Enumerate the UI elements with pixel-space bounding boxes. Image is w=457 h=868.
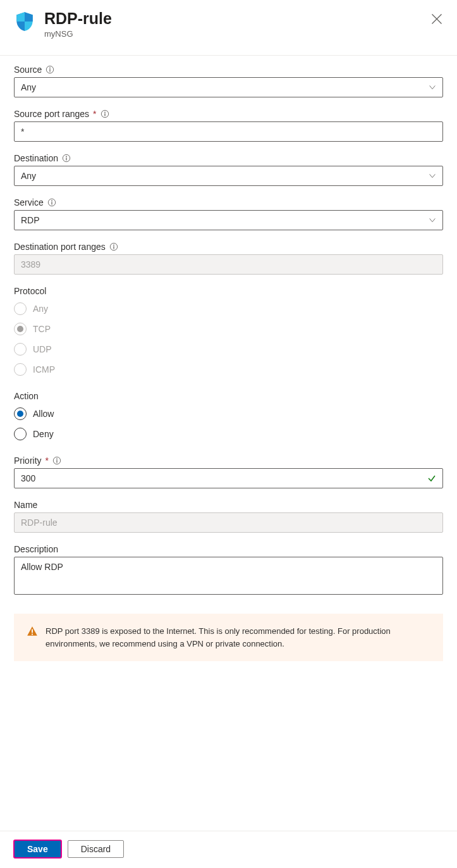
description-field: Description bbox=[14, 544, 443, 595]
source-port-input[interactable]: * bbox=[14, 121, 443, 142]
svg-point-13 bbox=[113, 245, 114, 246]
discard-button[interactable]: Discard bbox=[68, 840, 124, 858]
service-select[interactable]: RDP bbox=[14, 210, 443, 230]
warning-icon bbox=[27, 626, 38, 637]
dest-port-field: Destination port ranges 3389 bbox=[14, 242, 443, 275]
action-radio-allow[interactable]: Allow bbox=[14, 404, 443, 424]
blade-subtitle: myNSG bbox=[44, 29, 430, 39]
destination-field: Destination Any bbox=[14, 153, 443, 186]
name-label: Name bbox=[14, 500, 37, 510]
source-port-field: Source port ranges * * bbox=[14, 109, 443, 142]
close-icon[interactable] bbox=[430, 13, 443, 25]
protocol-field: Protocol Any TCP UDP ICMP bbox=[14, 286, 443, 380]
protocol-icmp-label: ICMP bbox=[33, 364, 55, 375]
action-field: Action Allow Deny bbox=[14, 391, 443, 444]
name-field: Name RDP-rule bbox=[14, 500, 443, 533]
warning-banner: RDP port 3389 is exposed to the Internet… bbox=[14, 614, 443, 661]
svg-rect-8 bbox=[66, 158, 66, 160]
info-icon[interactable] bbox=[62, 154, 71, 163]
svg-point-10 bbox=[51, 201, 52, 202]
nsg-rule-blade: RDP-rule myNSG Source Any Source port ra… bbox=[0, 0, 457, 868]
service-field: Service RDP bbox=[14, 197, 443, 230]
protocol-tcp-label: TCP bbox=[33, 324, 51, 334]
svg-rect-17 bbox=[56, 460, 57, 462]
protocol-radio-udp: UDP bbox=[14, 339, 443, 359]
required-asterisk: * bbox=[93, 109, 96, 119]
action-radio-deny[interactable]: Deny bbox=[14, 424, 443, 444]
info-icon[interactable] bbox=[46, 65, 54, 74]
blade-header: RDP-rule myNSG bbox=[0, 0, 457, 55]
svg-point-7 bbox=[66, 156, 67, 158]
priority-label: Priority bbox=[14, 456, 42, 466]
svg-rect-5 bbox=[104, 113, 105, 116]
save-button[interactable]: Save bbox=[14, 840, 61, 858]
warning-text: RDP port 3389 is exposed to the Internet… bbox=[46, 625, 430, 650]
priority-input[interactable]: 300 bbox=[14, 468, 443, 488]
service-label: Service bbox=[14, 197, 44, 208]
svg-point-4 bbox=[104, 112, 106, 113]
svg-rect-14 bbox=[113, 246, 114, 249]
info-icon[interactable] bbox=[47, 198, 56, 207]
info-icon[interactable] bbox=[52, 456, 61, 465]
protocol-label: Protocol bbox=[14, 286, 46, 296]
protocol-radio-icmp: ICMP bbox=[14, 359, 443, 380]
info-icon[interactable] bbox=[109, 242, 118, 251]
required-asterisk: * bbox=[46, 456, 49, 466]
source-select[interactable]: Any bbox=[14, 77, 443, 97]
destination-label: Destination bbox=[14, 153, 58, 163]
svg-rect-2 bbox=[50, 69, 51, 71]
protocol-radio-tcp: TCP bbox=[14, 319, 443, 339]
dest-port-input: 3389 bbox=[14, 254, 443, 275]
shield-icon bbox=[14, 11, 35, 32]
protocol-udp-label: UDP bbox=[33, 344, 52, 354]
name-input: RDP-rule bbox=[14, 512, 443, 533]
description-input[interactable] bbox=[14, 557, 443, 595]
source-field: Source Any bbox=[14, 65, 443, 97]
protocol-any-label: Any bbox=[33, 304, 48, 314]
blade-title: RDP-rule bbox=[44, 9, 430, 28]
blade-footer: Save Discard bbox=[0, 831, 457, 868]
source-label: Source bbox=[14, 65, 42, 75]
svg-point-16 bbox=[56, 459, 58, 460]
dest-port-label: Destination port ranges bbox=[14, 242, 106, 252]
description-label: Description bbox=[14, 544, 58, 554]
action-label: Action bbox=[14, 391, 39, 401]
svg-point-19 bbox=[32, 633, 33, 635]
action-deny-label: Deny bbox=[33, 429, 54, 439]
info-icon[interactable] bbox=[101, 109, 109, 118]
svg-point-1 bbox=[49, 68, 51, 69]
protocol-radio-any: Any bbox=[14, 299, 443, 319]
svg-rect-11 bbox=[51, 202, 52, 204]
priority-field: Priority * 300 bbox=[14, 456, 443, 488]
svg-rect-18 bbox=[32, 629, 33, 633]
source-port-label: Source port ranges bbox=[14, 109, 89, 119]
action-allow-label: Allow bbox=[33, 409, 54, 419]
destination-select[interactable]: Any bbox=[14, 166, 443, 186]
